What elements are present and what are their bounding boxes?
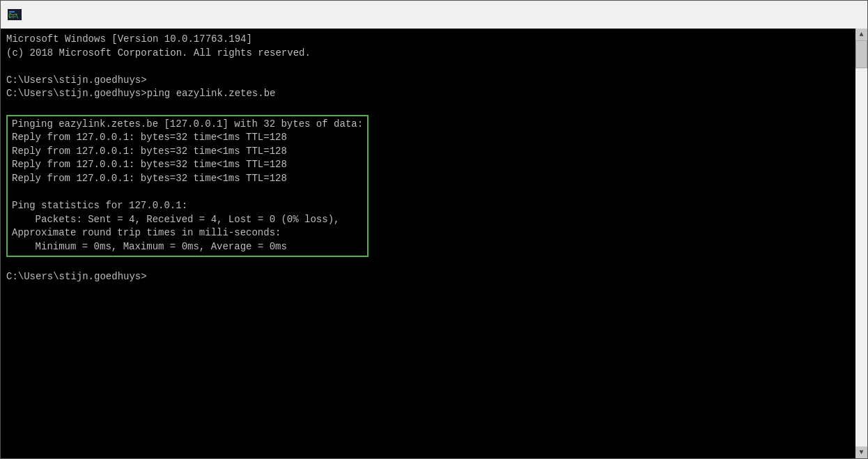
command-prompt-window: C:\ Microsoft Windows [Version 10.0.1776…: [0, 0, 868, 459]
ping-line: Reply from 127.0.0.1: bytes=32 time<1ms …: [12, 158, 363, 172]
scrollbar-thumb[interactable]: [855, 40, 867, 68]
terminal-line: [6, 60, 850, 74]
title-bar: C:\: [1, 1, 867, 29]
terminal-line: (c) 2018 Microsoft Corporation. All righ…: [6, 47, 850, 61]
ping-line: Packets: Sent = 4, Received = 4, Lost = …: [12, 213, 363, 227]
ping-line: Reply from 127.0.0.1: bytes=32 time<1ms …: [12, 145, 363, 159]
terminal-line: C:\Users\stijn.goedhuys>ping eazylink.ze…: [6, 87, 850, 101]
ping-line: [12, 186, 363, 200]
terminal-line: [6, 101, 850, 115]
scrollbar: ▲ ▼: [855, 29, 867, 458]
ping-line: Reply from 127.0.0.1: bytes=32 time<1ms …: [12, 131, 363, 145]
svg-text:C:\: C:\: [8, 13, 19, 20]
ping-line: Minimum = 0ms, Maximum = 0ms, Average = …: [12, 240, 363, 254]
window-controls: [764, 1, 860, 29]
terminal-line: Microsoft Windows [Version 10.0.17763.19…: [6, 33, 850, 47]
terminal-line: [6, 257, 850, 271]
ping-line: Ping statistics for 127.0.0.1:: [12, 199, 363, 213]
terminal-output[interactable]: Microsoft Windows [Version 10.0.17763.19…: [1, 29, 855, 458]
ping-line: Reply from 127.0.0.1: bytes=32 time<1ms …: [12, 172, 363, 186]
scrollbar-track[interactable]: [855, 40, 867, 446]
maximize-button[interactable]: [796, 1, 828, 29]
terminal-line: C:\Users\stijn.goedhuys>: [6, 74, 850, 88]
terminal-line: C:\Users\stijn.goedhuys>: [6, 270, 850, 284]
ping-line: Pinging eazylink.zetes.be [127.0.0.1] wi…: [12, 118, 363, 132]
scroll-down-button[interactable]: ▼: [855, 446, 867, 458]
scroll-up-button[interactable]: ▲: [855, 29, 867, 40]
minimize-button[interactable]: [764, 1, 796, 29]
ping-output-box: Pinging eazylink.zetes.be [127.0.0.1] wi…: [6, 115, 369, 257]
content-area: Microsoft Windows [Version 10.0.17763.19…: [1, 29, 867, 458]
ping-line: Approximate round trip times in milli-se…: [12, 226, 363, 240]
close-button[interactable]: [828, 1, 860, 29]
svg-rect-1: [9, 11, 15, 13]
cmd-icon: C:\: [8, 9, 22, 20]
